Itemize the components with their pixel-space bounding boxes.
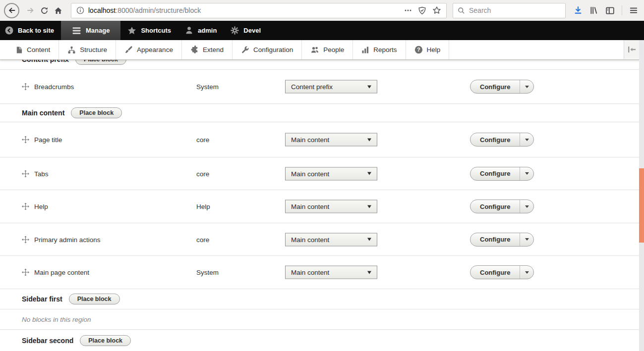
region-header-sidebar-second: Sidebar second Place block [0,330,639,351]
user-icon [185,26,193,35]
tab-extend[interactable]: Extend [182,40,233,59]
url-bar[interactable]: localhost:8000/admin/structure/block [71,3,447,18]
toolbar-orientation-toggle[interactable] [624,40,639,59]
configure-dropdown-toggle[interactable] [520,133,533,146]
shield-icon[interactable] [418,6,426,15]
scrollbar-track[interactable] [639,40,644,351]
scrollbar-thumb[interactable] [639,168,644,243]
table-row-help: Help Help Main content Configure [0,190,639,223]
tab-help[interactable]: ? Help [406,40,450,59]
configure-button[interactable]: Configure [470,80,520,93]
tab-structure[interactable]: Structure [59,40,116,59]
place-block-button[interactable]: Place block [75,60,126,65]
admin-tab-bar: Content Structure Appearance Extend Conf… [0,40,644,60]
bookmark-star-icon[interactable] [432,6,441,15]
configure-split-button[interactable]: Configure [470,233,534,247]
svg-text:?: ? [417,47,420,52]
tab-people-label: People [323,46,344,53]
configure-button[interactable]: Configure [470,200,520,213]
configure-dropdown-toggle[interactable] [520,200,533,213]
region-select[interactable]: Main content [285,133,377,147]
drag-handle-icon[interactable] [22,203,29,210]
configure-button[interactable]: Configure [470,133,520,146]
back-to-site-button[interactable]: Back to site [0,21,61,40]
place-block-button[interactable]: Place block [69,294,120,304]
block-layout-page: Content prefix Place block Breadcrumbs S… [0,60,639,351]
block-title: Page title [34,136,62,144]
library-icon[interactable] [589,6,598,15]
url-path: :8000/admin/structure/block [116,6,201,14]
chevron-down-icon [367,138,371,141]
configure-button[interactable]: Configure [470,233,520,246]
devel-button[interactable]: Devel [224,21,268,40]
drag-handle-icon[interactable] [22,236,29,243]
region-select[interactable]: Main content [285,200,377,213]
region-select-value: Main content [291,170,329,177]
search-input[interactable]: Search [453,3,566,18]
configure-dropdown-toggle[interactable] [520,167,533,180]
puzzle-icon [190,46,199,54]
chevron-down-icon [367,205,371,208]
url-text[interactable]: localhost:8000/admin/structure/block [88,6,201,14]
shortcuts-button[interactable]: Shortcuts [120,21,178,40]
configure-split-button[interactable]: Configure [470,80,534,94]
tab-appearance[interactable]: Appearance [116,40,182,59]
shortcuts-label: Shortcuts [141,27,171,34]
empty-region-message: No blocks in this region [22,316,91,323]
chevron-down-icon [367,238,371,241]
configure-split-button[interactable]: Configure [470,265,534,279]
sitemap-icon [67,46,76,54]
configure-button[interactable]: Configure [470,266,520,279]
drupal-admin-toolbar: Back to site Manage Shortcuts admin Deve… [0,21,644,40]
back-circle-icon [5,26,13,35]
wrench-icon [241,46,249,54]
page-actions-icon[interactable] [404,6,412,14]
region-header-main-content: Main content Place block [0,104,639,122]
region-title: Sidebar first [22,295,62,303]
forward-button[interactable] [23,3,37,17]
configure-split-button[interactable]: Configure [470,200,534,213]
tab-reports[interactable]: Reports [353,40,406,59]
configure-dropdown-toggle[interactable] [520,80,533,93]
place-block-button[interactable]: Place block [71,107,122,118]
tab-people[interactable]: People [302,40,353,59]
block-category: Help [196,203,210,210]
back-to-site-label: Back to site [18,27,54,34]
chevron-down-icon [525,205,529,208]
downloads-icon[interactable] [574,6,583,15]
region-select[interactable]: Main content [285,266,377,279]
drag-handle-icon[interactable] [22,170,29,177]
region-select[interactable]: Main content [285,167,377,180]
configure-split-button[interactable]: Configure [470,133,534,147]
region-select[interactable]: Main content [285,233,377,246]
back-button[interactable] [4,3,19,18]
home-button[interactable] [51,3,65,17]
drag-handle-icon[interactable] [22,83,29,91]
region-select[interactable]: Content prefix [285,80,377,94]
tab-content[interactable]: Content [7,40,59,59]
chevron-down-icon [525,139,529,141]
configure-dropdown-toggle[interactable] [520,266,533,279]
chevron-down-icon [525,238,529,241]
document-icon [15,46,23,54]
configure-split-button[interactable]: Configure [470,167,534,181]
table-row-tabs: Tabs core Main content Configure [0,157,639,190]
collapse-left-icon [627,46,636,53]
chevron-down-icon [525,271,529,274]
tab-extend-label: Extend [203,46,224,53]
drag-handle-icon[interactable] [22,136,29,144]
configure-button[interactable]: Configure [470,167,520,180]
drag-handle-icon[interactable] [22,269,29,276]
configure-dropdown-toggle[interactable] [520,233,533,246]
place-block-button[interactable]: Place block [80,335,131,346]
menu-hamburger-icon[interactable] [629,6,638,15]
tab-configuration[interactable]: Configuration [233,40,302,59]
admin-user-button[interactable]: admin [178,21,224,40]
region-title: Content prefix [22,60,69,63]
manage-menu-button[interactable]: Manage [61,21,120,40]
empty-region-row: No blocks in this region [0,309,639,330]
tab-help-label: Help [427,46,441,53]
sidebars-icon[interactable] [605,6,615,15]
info-icon[interactable] [76,6,84,14]
reload-button[interactable] [37,3,51,17]
